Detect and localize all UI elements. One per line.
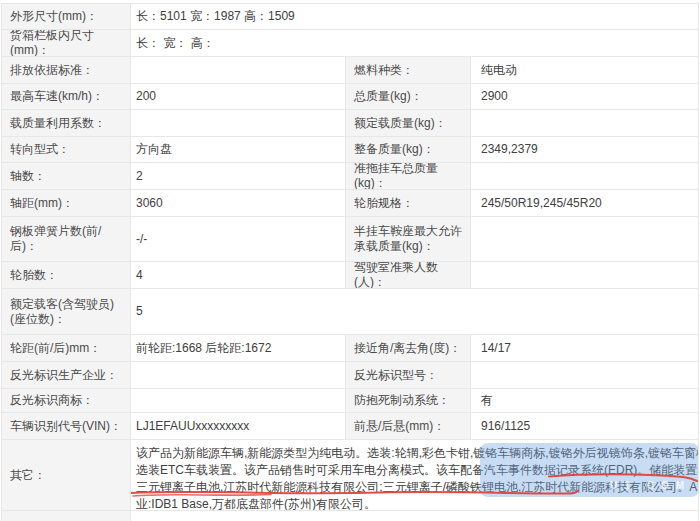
spec-label-steering-type: 转向型式： bbox=[2, 137, 131, 163]
spec-label-cargo-inner-size: 货箱栏板内尺寸(mm)： bbox=[2, 30, 131, 57]
spec-value-track-width: 前轮距:1668 后轮距:1672 bbox=[131, 335, 346, 362]
spec-label-abs: 防抱死制动系统： bbox=[346, 389, 471, 413]
vin-value: LJ1EFAUUxxxxxxxxx bbox=[131, 413, 346, 440]
spec-label-reflective-marking-brand: 反光标识商标： bbox=[2, 389, 131, 413]
spec-label-rated-load: 额定载质量(kg)： bbox=[346, 110, 471, 137]
spec-value-approach-departure-angle: 14/17 bbox=[471, 335, 698, 362]
spec-label-dimensions: 外形尺寸(mm)： bbox=[2, 4, 131, 30]
spec-label-max-speed: 最高车速(km/h)： bbox=[2, 84, 131, 110]
spec-value-dimensions: 长：5101 宽：1987 高：1509 bbox=[131, 4, 698, 30]
spec-value-partial-row bbox=[131, 511, 698, 521]
spec-label-vin: 车辆识别代号(VIN)： bbox=[2, 413, 131, 440]
spec-value-reflective-marking-brand bbox=[131, 389, 346, 413]
spec-value-emission-standard bbox=[131, 57, 346, 84]
spec-label-reflective-marking-maker: 反光标识生产企业： bbox=[2, 362, 131, 389]
spec-value-fifth-wheel-load bbox=[471, 217, 698, 262]
spec-value-overhang: 916/1125 bbox=[471, 413, 698, 440]
spec-value-rated-load bbox=[471, 110, 698, 137]
spec-value-reflective-marking-maker bbox=[131, 362, 346, 389]
spec-label-reflective-marking-model: 反光标识型号： bbox=[346, 362, 471, 389]
spec-label-tire-spec: 轮胎规格： bbox=[346, 190, 471, 217]
spec-value-steering-type: 方向盘 bbox=[131, 137, 346, 163]
spec-label-fifth-wheel-load: 半挂车鞍座最大允许承载质量(kg)： bbox=[346, 217, 471, 262]
spec-label-seating-capacity: 额定载客(含驾驶员)(座位数)： bbox=[2, 289, 131, 335]
spec-label-track-width: 轮距(前/后)mm： bbox=[2, 335, 131, 362]
spec-label-cab-passengers: 驾驶室准乘人数(人)： bbox=[346, 262, 471, 289]
spec-value-tire-spec: 245/50R19,245/45R20 bbox=[471, 190, 698, 217]
spec-value-trailer-mass bbox=[471, 163, 698, 190]
spec-label-tire-count: 轮胎数： bbox=[2, 262, 131, 289]
spec-value-leaf-springs: -/- bbox=[131, 217, 346, 262]
other-notes: 该产品为新能源车辆,新能源类型为纯电动。选装:轮辋,彩色卡钳,镀铬车辆商标,镀铬… bbox=[131, 440, 698, 511]
spec-label-gross-mass: 总质量(kg)： bbox=[346, 84, 471, 110]
other-notes-line-3: 三元锂离子电池,江苏时代新能源科技有限公司;三元锂离子/磷酸铁锂电池,江苏时代新… bbox=[136, 479, 690, 496]
spec-value-gross-mass: 2900 bbox=[471, 84, 698, 110]
other-notes-line-2: 选装ETC车载装置。该产品销售时可采用车电分离模式。该车配备汽车事件数据记录系统… bbox=[136, 462, 690, 479]
spec-value-max-speed: 200 bbox=[131, 84, 346, 110]
vehicle-spec-table: 外形尺寸(mm)： 长：5101 宽：1987 高：1509 货箱栏板内尺寸(m… bbox=[1, 3, 699, 521]
spec-label-partial-row bbox=[2, 511, 131, 521]
spec-value-fuel-type: 纯电动 bbox=[471, 57, 698, 84]
spec-value-cargo-inner-size: 长： 宽： 高： bbox=[131, 30, 698, 57]
other-notes-line-4: 业:IDB1 Base,万都底盘部件(苏州)有限公司。 bbox=[136, 496, 690, 511]
spec-value-wheelbase: 3060 bbox=[131, 190, 346, 217]
spec-label-axle-count: 轴数： bbox=[2, 163, 131, 190]
spec-value-reflective-marking-model bbox=[471, 362, 698, 389]
spec-label-leaf-springs: 钢板弹簧片数(前/后)： bbox=[2, 217, 131, 262]
other-notes-line-1: 该产品为新能源车辆,新能源类型为纯电动。选装:轮辋,彩色卡钳,镀铬车辆商标,镀铬… bbox=[136, 445, 690, 462]
spec-label-wheelbase: 轴距(mm)： bbox=[2, 190, 131, 217]
spec-value-axle-count: 2 bbox=[131, 163, 346, 190]
spec-value-cab-passengers bbox=[471, 262, 698, 289]
spec-value-tire-count: 4 bbox=[131, 262, 346, 289]
spec-label-overhang: 前悬/后悬(mm)： bbox=[346, 413, 471, 440]
spec-value-abs: 有 bbox=[471, 389, 698, 413]
spec-label-other: 其它： bbox=[2, 440, 131, 511]
spec-label-trailer-mass: 准拖挂车总质量(kg)： bbox=[346, 163, 471, 190]
spec-label-fuel-type: 燃料种类： bbox=[346, 57, 471, 84]
spec-label-emission-standard: 排放依据标准： bbox=[2, 57, 131, 84]
spec-label-curb-weight: 整备质量(kg)： bbox=[346, 137, 471, 163]
spec-value-curb-weight: 2349,2379 bbox=[471, 137, 698, 163]
spec-label-approach-departure-angle: 接近角/离去角(度)： bbox=[346, 335, 471, 362]
spec-value-load-utilization bbox=[131, 110, 346, 137]
spec-label-load-utilization: 载质量利用系数： bbox=[2, 110, 131, 137]
spec-value-seating-capacity: 5 bbox=[131, 289, 698, 335]
